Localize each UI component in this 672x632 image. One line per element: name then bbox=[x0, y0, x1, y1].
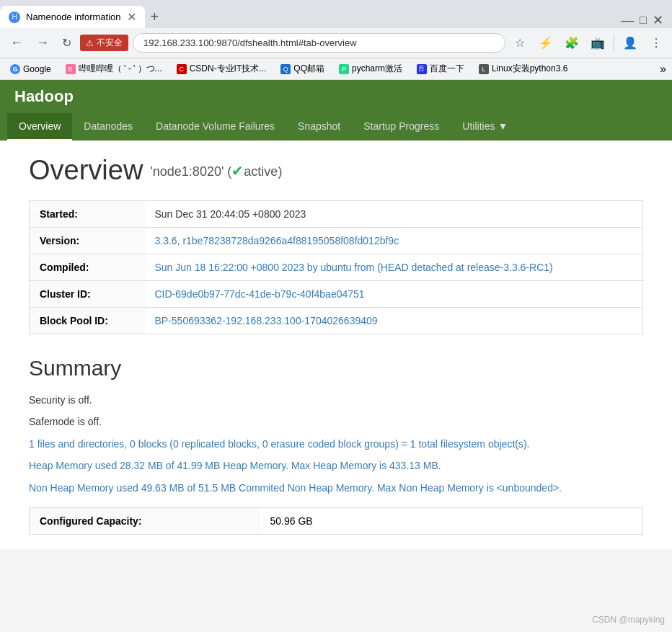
label-compiled: Compiled: bbox=[30, 254, 145, 281]
bookmark-google-label: Google bbox=[23, 64, 51, 74]
bookmarks-bar: G Google B 哔哩哔哩（ ' - ' ）つ... C CSDN-专业IT… bbox=[0, 58, 672, 80]
bookmark-bilibili[interactable]: B 哔哩哔哩（ ' - ' ）つ... bbox=[61, 61, 167, 76]
overview-title: Overview 'node1:8020' (✔active) bbox=[29, 155, 643, 186]
profile-sync-icon[interactable]: ⚡ bbox=[536, 33, 556, 53]
hadoop-logo: Hadoop bbox=[14, 87, 74, 105]
toolbar-divider bbox=[614, 35, 614, 52]
tab-bar: H Namenode information ✕ + — □ ✕ bbox=[0, 0, 672, 28]
capacity-row: Configured Capacity: 50.96 GB bbox=[30, 507, 643, 534]
hadoop-nav: Overview Datanodes Datanode Volume Failu… bbox=[0, 113, 672, 141]
bookmark-csdn-label: CSDN-专业IT技术... bbox=[190, 63, 267, 75]
utilities-label: Utilities bbox=[462, 120, 495, 132]
table-row-block-pool-id: Block Pool ID: BP-550693362-192.168.233.… bbox=[30, 308, 643, 334]
label-version: Version: bbox=[30, 228, 145, 254]
reload-button[interactable]: ↻ bbox=[58, 33, 76, 53]
summary-section: Summary Security is off. Safemode is off… bbox=[29, 356, 643, 535]
maximize-button[interactable]: □ bbox=[640, 14, 647, 27]
forward-button[interactable]: → bbox=[32, 32, 53, 53]
value-version[interactable]: 3.3.6, r1be78238728da9266a4f88195058f08f… bbox=[145, 228, 643, 254]
google-favicon: G bbox=[10, 64, 20, 74]
bookmark-csdn[interactable]: C CSDN-专业IT技术... bbox=[172, 61, 271, 76]
active-text: active bbox=[244, 164, 278, 179]
check-icon: ✔ bbox=[231, 163, 244, 179]
baidu-favicon: 百 bbox=[417, 64, 427, 74]
pycharm-favicon: P bbox=[339, 64, 349, 74]
table-row-started: Started: Sun Dec 31 20:44:05 +0800 2023 bbox=[30, 201, 643, 228]
new-tab-button[interactable]: + bbox=[145, 6, 165, 28]
linux-favicon: L bbox=[479, 64, 489, 74]
bookmark-baidu[interactable]: 百 百度一下 bbox=[412, 61, 469, 76]
node-badge: 'node1:8020' (✔active) bbox=[150, 162, 282, 179]
nav-item-datanodes[interactable]: Datanodes bbox=[72, 113, 144, 141]
table-row-cluster-id: Cluster ID: CID-69de0b97-77dc-41de-b79c-… bbox=[30, 281, 643, 308]
tab-title: Namenode information bbox=[26, 12, 121, 22]
value-started: Sun Dec 31 20:44:05 +0800 2023 bbox=[145, 201, 643, 228]
heap-text[interactable]: Heap Memory used 28.32 MB of 41.99 MB He… bbox=[29, 458, 643, 473]
csdn-favicon: C bbox=[177, 64, 187, 74]
capacity-value: 50.96 GB bbox=[260, 507, 643, 534]
label-started: Started: bbox=[30, 201, 145, 228]
warning-icon: ⚠ bbox=[86, 38, 94, 48]
bookmark-icon[interactable]: ☆ bbox=[510, 33, 530, 53]
bookmark-pycharm-label: pycharm激活 bbox=[352, 63, 402, 75]
qq-favicon: Q bbox=[280, 64, 291, 74]
utilities-dropdown-icon: ▼ bbox=[498, 120, 508, 132]
minimize-button[interactable]: — bbox=[621, 13, 634, 28]
nav-item-snapshot[interactable]: Snapshot bbox=[286, 113, 352, 141]
profile-icon[interactable]: 👤 bbox=[620, 33, 640, 53]
files-text[interactable]: 1 files and directories, 0 blocks (0 rep… bbox=[29, 436, 643, 452]
bookmark-qq-label: QQ邮箱 bbox=[293, 63, 324, 75]
menu-icon[interactable]: ⋮ bbox=[646, 33, 666, 53]
non-heap-text[interactable]: Non Heap Memory used 49.63 MB of 51.5 MB… bbox=[29, 480, 643, 496]
value-block-pool-id[interactable]: BP-550693362-192.168.233.100-17040266394… bbox=[145, 308, 643, 334]
hadoop-header: Hadoop bbox=[0, 80, 672, 113]
nav-item-startup-progress[interactable]: Startup Progress bbox=[352, 113, 451, 141]
label-cluster-id: Cluster ID: bbox=[30, 281, 145, 308]
bilibili-favicon: B bbox=[66, 64, 76, 74]
bookmark-linux[interactable]: L Linux安装python3.6 bbox=[474, 61, 572, 76]
back-button[interactable]: ← bbox=[6, 32, 27, 53]
overview-title-text: Overview bbox=[29, 155, 143, 186]
node-info-start: 'node1:8020' ( bbox=[150, 164, 231, 179]
bookmark-qq-mail[interactable]: Q QQ邮箱 bbox=[276, 61, 329, 76]
browser-chrome: H Namenode information ✕ + — □ ✕ ← → ↻ ⚠… bbox=[0, 0, 672, 80]
security-label: 不安全 bbox=[97, 37, 123, 49]
safemode-text: Safemode is off. bbox=[29, 414, 643, 430]
bookmarks-more-button[interactable]: » bbox=[660, 63, 666, 76]
table-row-version: Version: 3.3.6, r1be78238728da9266a4f881… bbox=[30, 228, 643, 254]
value-cluster-id[interactable]: CID-69de0b97-77dc-41de-b79c-40f4bae04751 bbox=[145, 281, 643, 308]
cast-icon[interactable]: 📺 bbox=[588, 33, 608, 53]
nav-item-datanode-volume-failures[interactable]: Datanode Volume Failures bbox=[144, 113, 286, 141]
nav-item-overview[interactable]: Overview bbox=[7, 113, 72, 141]
bookmark-google[interactable]: G Google bbox=[6, 63, 56, 76]
node-info-end: ) bbox=[278, 164, 282, 179]
table-row-compiled: Compiled: Sun Jun 18 16:22:00 +0800 2023… bbox=[30, 254, 643, 281]
tab-close-button[interactable]: ✕ bbox=[127, 10, 136, 24]
address-bar[interactable]: 192.168.233.100:9870/dfshealth.html#tab-… bbox=[133, 33, 505, 53]
extension-icon[interactable]: 🧩 bbox=[562, 33, 582, 53]
bookmark-bilibili-label: 哔哩哔哩（ ' - ' ）つ... bbox=[79, 63, 162, 75]
overview-section: Overview 'node1:8020' (✔active) Started:… bbox=[29, 155, 643, 334]
main-content: Overview 'node1:8020' (✔active) Started:… bbox=[0, 141, 672, 549]
value-compiled[interactable]: Sun Jun 18 16:22:00 +0800 2023 by ubuntu… bbox=[145, 254, 643, 281]
security-badge[interactable]: ⚠ 不安全 bbox=[80, 35, 128, 51]
hadoop-app: Hadoop Overview Datanodes Datanode Volum… bbox=[0, 80, 672, 549]
capacity-table: Configured Capacity: 50.96 GB bbox=[29, 507, 643, 535]
toolbar-icons: ☆ ⚡ 🧩 📺 👤 ⋮ bbox=[510, 33, 666, 53]
close-button[interactable]: ✕ bbox=[653, 12, 663, 28]
nav-item-utilities[interactable]: Utilities ▼ bbox=[451, 113, 519, 141]
bookmark-pycharm[interactable]: P pycharm激活 bbox=[335, 61, 407, 76]
security-text: Security is off. bbox=[29, 392, 643, 408]
browser-tab[interactable]: H Namenode information ✕ bbox=[0, 6, 145, 28]
summary-title: Summary bbox=[29, 356, 643, 380]
overview-table: Started: Sun Dec 31 20:44:05 +0800 2023 … bbox=[29, 200, 643, 334]
capacity-label: Configured Capacity: bbox=[30, 507, 260, 534]
label-block-pool-id: Block Pool ID: bbox=[30, 308, 145, 334]
tab-favicon: H bbox=[9, 12, 20, 23]
bookmark-linux-label: Linux安装python3.6 bbox=[492, 63, 567, 75]
browser-toolbar: ← → ↻ ⚠ 不安全 192.168.233.100:9870/dfsheal… bbox=[0, 28, 672, 58]
bookmark-baidu-label: 百度一下 bbox=[430, 63, 464, 75]
